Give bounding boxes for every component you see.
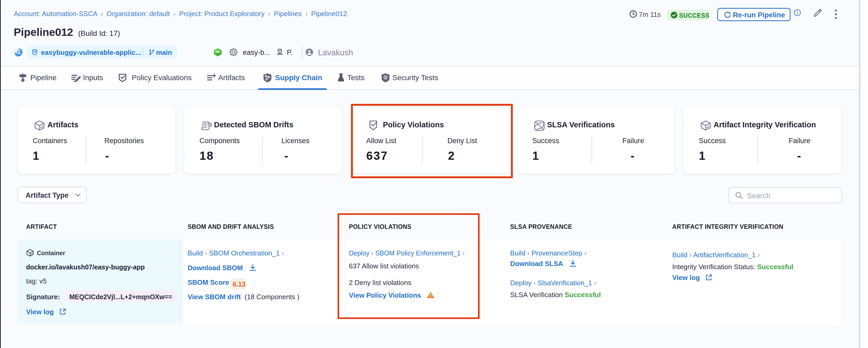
svg-text:</>: </> [33,51,36,54]
